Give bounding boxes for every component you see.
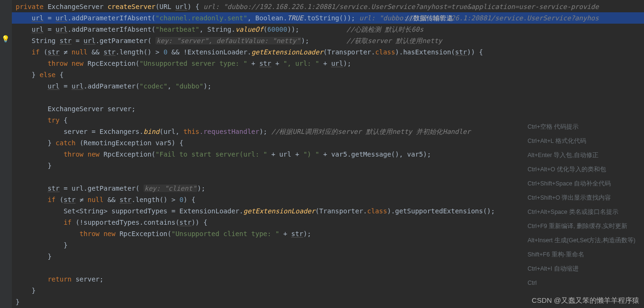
watermark: CSDN @又蠢又笨的懒羊羊程序猿 [532, 296, 639, 305]
paren: )); [287, 26, 299, 33]
brace: )) { [191, 219, 208, 226]
kw: throw new [63, 150, 100, 158]
paren: ); [343, 60, 351, 67]
text: ExchangeServer [44, 3, 108, 10]
op: ≠ [75, 196, 87, 203]
kw: if [63, 219, 72, 226]
paren: ); [303, 230, 311, 238]
text: (Transporter. [323, 48, 375, 56]
shortcut-item: Ctrl+Shift+Space 自动补全代码 [527, 176, 635, 191]
comment: //数据传输管道 [405, 12, 453, 24]
brace: } [16, 298, 19, 306]
op: + [279, 230, 291, 238]
kw: try [47, 116, 59, 124]
kw: throw new [80, 230, 116, 238]
text: ).getSupportedExtensions(); [387, 207, 495, 215]
string: "dubbo" [175, 82, 203, 90]
var: url [32, 14, 44, 22]
inlay-hint: url: "dubbo://192.168.226.1:20881/servic… [359, 14, 599, 22]
kw: class [367, 207, 387, 215]
kw: class [375, 48, 395, 56]
text: + var5.getMessage(), var5); [319, 150, 431, 158]
exc: RpcException( [83, 60, 139, 67]
op: = [60, 82, 72, 90]
text: (RemotingException var5) { [75, 139, 183, 147]
brace: } [32, 287, 36, 294]
call: .addParameterIfAbsent( [68, 26, 155, 33]
text: , String. [200, 26, 236, 33]
op: && [103, 196, 119, 203]
fn: getExtensionLoader [243, 207, 315, 215]
paren: (url, [159, 128, 183, 135]
text: (URL [155, 3, 175, 10]
var: str [119, 196, 131, 203]
text: .toString()); [303, 14, 359, 22]
op: + url + [267, 150, 303, 158]
code-line[interactable]: url = url.addParameterIfAbsent("heartbea… [12, 24, 644, 35]
bulb-icon[interactable]: 💡 [1, 35, 9, 43]
var: str [291, 230, 303, 238]
var: str [47, 185, 59, 192]
kw: catch [55, 139, 75, 147]
fn: bind [144, 128, 160, 135]
paren: ); [197, 185, 205, 192]
comment: //获取server 默认使用netty [346, 35, 442, 46]
shortcut-item: Shift+F6 重构-重命名 [527, 247, 635, 262]
code-line[interactable]: throw new RpcException("Unsupported serv… [12, 58, 644, 69]
call: .addParameterIfAbsent( [68, 14, 155, 22]
string: ") " [303, 150, 319, 158]
code-line[interactable]: private ExchangeServer createServer(URL … [12, 1, 644, 12]
text: ) { [187, 3, 203, 10]
var: str [60, 37, 72, 44]
brace: } [32, 71, 40, 79]
var: str [103, 48, 115, 56]
exc: RpcException( [100, 150, 155, 158]
op: ≠ [60, 48, 72, 56]
code-line-highlight[interactable]: url = url.addParameterIfAbsent("channel.… [12, 12, 644, 24]
var: server; [72, 275, 103, 283]
brace: } [47, 162, 51, 169]
code-line[interactable]: url = url.addParameter("codec", "dubbo")… [12, 80, 644, 92]
var: str [259, 60, 271, 67]
op: = [44, 14, 55, 22]
type: String [32, 37, 60, 44]
var: url [331, 60, 343, 67]
var: url [55, 14, 67, 22]
string: "codec" [139, 82, 167, 90]
gutter [0, 0, 12, 308]
var: str [455, 48, 467, 56]
string: ", url: " [283, 60, 319, 67]
call: .addParameter( [83, 82, 139, 90]
string: "Unsupported client type: " [172, 230, 280, 238]
paren: ); [203, 82, 211, 90]
shortcut-item: Ctrl+Alt+I 自动缩进 [527, 262, 635, 276]
brace: ) { [183, 196, 195, 203]
comma: , [167, 82, 175, 90]
kw: this [183, 128, 200, 135]
shortcut-item: Ctrl+F9 重新编译, 删除缓存,实时更新 [527, 219, 635, 233]
shortcut-item: Alt+Enter 导入包,自动修正 [527, 148, 635, 162]
kw: if [32, 48, 40, 56]
kw: else [40, 71, 56, 79]
kw: private [16, 3, 44, 10]
var: url [83, 37, 95, 44]
code-line[interactable]: } else { [12, 69, 644, 80]
text: (Transporter. [315, 207, 367, 215]
code-line[interactable]: String str = url.getParameter( key: "ser… [12, 35, 644, 46]
code-line[interactable]: if (str ≠ null && str.length() > 0 && !E… [12, 46, 644, 58]
paren: ); [301, 37, 309, 44]
cond: (!supportedTypes.contains( [72, 219, 180, 226]
paren: ( [263, 26, 267, 33]
comment: //根据URL调用对应的server 默认使用netty 并初始化Handler [271, 128, 471, 135]
text: server = Exchangers. [63, 128, 144, 135]
kw: null [72, 48, 88, 56]
num: 0 [180, 196, 183, 203]
fn: createServer [108, 3, 155, 10]
paren: )) { [467, 48, 483, 56]
code-line-empty[interactable] [12, 92, 644, 103]
comment: //心跳检测 默认时长60s [346, 24, 424, 35]
const: TRUE [287, 14, 303, 22]
code-line[interactable]: ExchangeServer server; [12, 103, 644, 114]
paren: ( [40, 48, 48, 56]
op: + [271, 60, 283, 67]
